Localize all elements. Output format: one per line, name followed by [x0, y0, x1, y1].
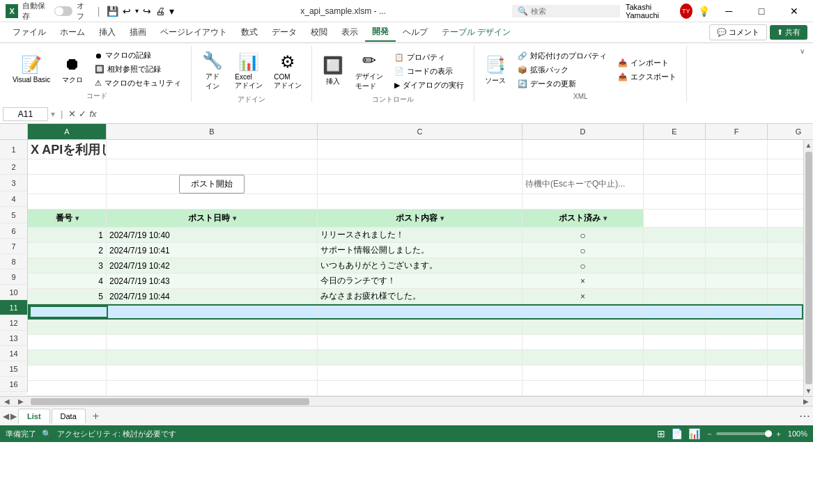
- cell-d12[interactable]: [522, 320, 644, 334]
- cell-g15[interactable]: [768, 365, 803, 380]
- cell-ref-expand-icon[interactable]: ▾: [51, 109, 55, 119]
- customize-icon[interactable]: ▾: [169, 6, 174, 17]
- cell-f13[interactable]: [706, 335, 768, 349]
- cell-g3[interactable]: [768, 175, 803, 194]
- post-start-button[interactable]: ポスト開始: [179, 175, 245, 194]
- cell-f1[interactable]: [706, 140, 768, 159]
- cell-d2[interactable]: [522, 159, 644, 174]
- row-header-8[interactable]: 8: [0, 254, 28, 269]
- cell-a9[interactable]: 4: [28, 274, 107, 288]
- minimize-button[interactable]: ─: [715, 0, 743, 22]
- expansion-pack-button[interactable]: 📦 拡張パック: [513, 63, 611, 77]
- tab-review[interactable]: 校閲: [304, 24, 334, 41]
- cell-a10[interactable]: 5: [28, 289, 107, 304]
- col-header-d[interactable]: D: [522, 124, 644, 139]
- save-icon[interactable]: 💾: [107, 6, 118, 17]
- cell-a5[interactable]: 番号 ▾: [28, 210, 107, 227]
- col-header-b[interactable]: B: [107, 124, 318, 139]
- cell-a8[interactable]: 3: [28, 258, 107, 273]
- cell-g11[interactable]: [769, 306, 803, 318]
- cell-f7[interactable]: [706, 243, 768, 258]
- cell-d9[interactable]: ×: [522, 274, 644, 288]
- cell-e6[interactable]: [644, 228, 706, 242]
- page-break-view-button[interactable]: 📊: [688, 428, 700, 439]
- cell-g4[interactable]: [768, 194, 803, 209]
- cell-a2[interactable]: [28, 159, 107, 174]
- cell-b16[interactable]: [107, 381, 318, 395]
- add-sheet-button[interactable]: +: [87, 409, 104, 424]
- row-header-9[interactable]: 9: [0, 269, 28, 285]
- cell-f8[interactable]: [706, 258, 768, 273]
- cell-b8[interactable]: 2024/7/19 10:42: [107, 258, 318, 273]
- design-mode-button[interactable]: ✏ デザインモード: [351, 49, 387, 93]
- lightbulb-icon[interactable]: 💡: [698, 6, 710, 17]
- h-scroll-thumb[interactable]: [31, 398, 309, 405]
- cell-d4[interactable]: [522, 194, 644, 209]
- zoom-slider[interactable]: [716, 432, 772, 435]
- row-header-7[interactable]: 7: [0, 239, 28, 254]
- cell-f10[interactable]: [706, 289, 768, 304]
- cell-g1[interactable]: [768, 140, 803, 159]
- cell-d1[interactable]: [522, 140, 644, 159]
- cell-e5[interactable]: [644, 210, 706, 227]
- cell-e4[interactable]: [644, 194, 706, 209]
- tab-draw[interactable]: 描画: [123, 24, 153, 41]
- cell-b6[interactable]: 2024/7/19 10:40: [107, 228, 318, 242]
- sheet-tab-data[interactable]: Data: [52, 409, 86, 423]
- redo-icon[interactable]: ↪: [143, 6, 151, 17]
- cell-f12[interactable]: [706, 320, 768, 334]
- zoom-in-button[interactable]: ＋: [775, 429, 782, 439]
- tab-insert[interactable]: 挿入: [92, 24, 123, 41]
- cell-e2[interactable]: [644, 159, 706, 174]
- cancel-formula-icon[interactable]: ✕: [68, 109, 76, 119]
- cell-b11[interactable]: [108, 306, 319, 318]
- share-button[interactable]: ⬆ 共有: [770, 25, 807, 40]
- cell-b5[interactable]: ポスト日時 ▾: [107, 210, 318, 227]
- maximize-button[interactable]: □: [748, 0, 775, 22]
- search-input[interactable]: [531, 7, 614, 15]
- cell-d6[interactable]: ○: [522, 228, 644, 242]
- cell-reference-input[interactable]: [3, 107, 48, 121]
- row-header-2[interactable]: 2: [0, 159, 28, 175]
- undo-dropdown-icon[interactable]: ▾: [135, 7, 139, 15]
- tab-help[interactable]: ヘルプ: [396, 24, 435, 41]
- cell-a7[interactable]: 2: [28, 243, 107, 258]
- sheet-tab-list[interactable]: List: [18, 409, 50, 424]
- cell-d16[interactable]: [522, 381, 644, 395]
- cell-g16[interactable]: [768, 381, 803, 395]
- tab-view[interactable]: 表示: [334, 24, 365, 41]
- cell-d7[interactable]: ○: [522, 243, 644, 258]
- horizontal-scrollbar[interactable]: ◀ ▶ ▶: [0, 396, 813, 406]
- cell-d5[interactable]: ポスト済み ▾: [522, 210, 644, 227]
- cell-b7[interactable]: 2024/7/19 10:41: [107, 243, 318, 258]
- row-header-4[interactable]: 4: [0, 191, 28, 207]
- cell-c6[interactable]: リリースされました！: [318, 228, 522, 242]
- cell-e9[interactable]: [644, 274, 706, 288]
- cell-b15[interactable]: [107, 365, 318, 380]
- row-header-16[interactable]: 16: [0, 377, 28, 392]
- record-macro-button[interactable]: ⏺ マクロの記録: [91, 49, 185, 62]
- cell-c3[interactable]: [318, 175, 522, 194]
- visual-basic-button[interactable]: 📝 Visual Basic: [8, 53, 54, 86]
- scroll-right-icon[interactable]: ▶: [14, 397, 28, 405]
- cell-b14[interactable]: [107, 350, 318, 365]
- cell-f6[interactable]: [706, 228, 768, 242]
- cell-e3[interactable]: [644, 175, 706, 194]
- confirm-formula-icon[interactable]: ✓: [79, 109, 86, 119]
- cell-c12[interactable]: [318, 320, 522, 334]
- filter-icon-b5[interactable]: ▾: [233, 214, 236, 222]
- cell-c11[interactable]: [319, 306, 524, 318]
- cell-d10[interactable]: ×: [522, 289, 644, 304]
- cell-b2[interactable]: [107, 159, 318, 174]
- cell-a6[interactable]: 1: [28, 228, 107, 242]
- cell-a3[interactable]: [28, 175, 107, 194]
- cell-c8[interactable]: いつもありがとうございます。: [318, 258, 522, 273]
- cell-g5[interactable]: [768, 210, 803, 227]
- cell-b1[interactable]: [107, 140, 318, 159]
- cell-g2[interactable]: [768, 159, 803, 174]
- row-header-12[interactable]: 12: [0, 315, 28, 331]
- cell-a15[interactable]: [28, 365, 107, 380]
- cell-e12[interactable]: [644, 320, 706, 334]
- row-header-6[interactable]: 6: [0, 223, 28, 239]
- row-header-15[interactable]: 15: [0, 361, 28, 377]
